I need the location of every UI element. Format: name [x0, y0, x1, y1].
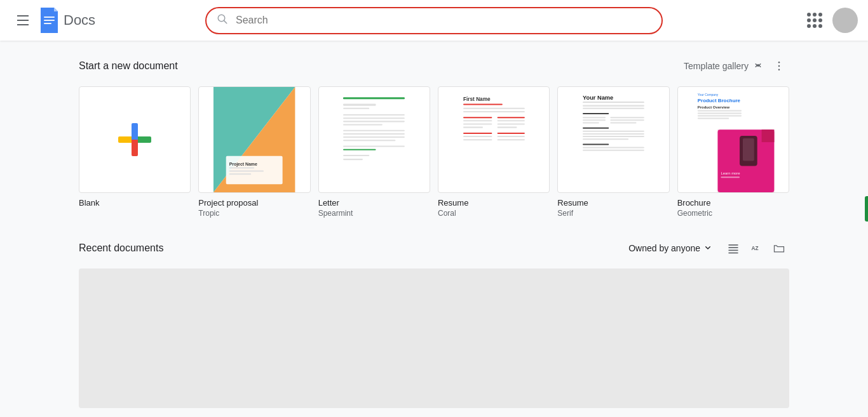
- project-proposal-preview: Project Name: [199, 87, 309, 192]
- svg-rect-59: [583, 113, 609, 114]
- resume-coral-preview: First Name: [444, 92, 544, 187]
- svg-text:Your Company: Your Company: [697, 93, 718, 96]
- avatar[interactable]: [832, 8, 858, 33]
- svg-rect-20: [343, 98, 405, 100]
- app-logo[interactable]: Docs: [41, 8, 95, 33]
- template-name-letter: Letter: [318, 198, 430, 208]
- template-subname-letter: Spearmint: [318, 209, 430, 218]
- svg-rect-47: [497, 127, 517, 128]
- svg-rect-71: [583, 144, 609, 145]
- svg-text:Product Overview: Product Overview: [697, 105, 729, 109]
- docs-logo-icon: [41, 8, 60, 33]
- svg-rect-57: [583, 105, 644, 107]
- svg-text:Learn more: Learn more: [721, 171, 740, 175]
- template-name-blank: Blank: [79, 198, 191, 208]
- grid-icon: [807, 13, 822, 28]
- svg-rect-43: [497, 121, 524, 122]
- template-thumb-resume-coral: First Name: [438, 86, 550, 193]
- folder-view-button[interactable]: [769, 238, 789, 258]
- more-options-button[interactable]: [769, 56, 789, 76]
- svg-rect-64: [610, 120, 644, 121]
- svg-rect-67: [583, 131, 644, 132]
- svg-rect-56: [583, 102, 644, 103]
- svg-rect-14: [226, 156, 283, 184]
- svg-rect-28: [343, 133, 405, 135]
- template-brochure[interactable]: Your Company Product Brochure Product Ov…: [677, 86, 789, 218]
- svg-rect-32: [343, 149, 376, 150]
- svg-text:Your Name: Your Name: [583, 95, 613, 102]
- template-gallery-label: Template gallery: [684, 61, 749, 71]
- svg-rect-63: [610, 117, 644, 118]
- template-subname-resume-coral: Coral: [438, 209, 550, 218]
- svg-rect-66: [583, 128, 609, 129]
- template-resume-coral[interactable]: First Name: [438, 86, 550, 218]
- sidebar-accent: [865, 196, 868, 222]
- svg-rect-88: [721, 176, 740, 178]
- svg-rect-68: [583, 133, 644, 135]
- search-container: [205, 7, 663, 34]
- svg-rect-41: [497, 117, 524, 118]
- recent-documents-section: Recent documents Owned by anyone: [79, 238, 789, 408]
- header: Docs: [0, 0, 868, 41]
- plus-icon: [118, 123, 151, 156]
- svg-rect-17: [229, 170, 264, 171]
- search-input[interactable]: [236, 15, 651, 26]
- svg-rect-34: [343, 159, 363, 160]
- template-subname-resume-serif: Serif: [557, 209, 669, 218]
- svg-rect-65: [610, 122, 636, 124]
- svg-rect-72: [583, 147, 644, 149]
- recent-documents-title: Recent documents: [79, 242, 163, 254]
- svg-rect-69: [583, 136, 644, 137]
- owned-by-label: Owned by anyone: [628, 243, 700, 253]
- svg-point-8: [778, 62, 780, 63]
- svg-rect-51: [497, 136, 524, 137]
- svg-rect-23: [343, 114, 405, 116]
- main-content: Start a new document Template gallery: [69, 41, 799, 417]
- header-right: [731, 8, 858, 33]
- resume-serif-preview: Your Name: [564, 92, 663, 187]
- svg-rect-92: [729, 253, 738, 254]
- template-letter[interactable]: Letter Spearmint: [318, 86, 430, 218]
- svg-rect-37: [463, 104, 503, 105]
- template-name-resume-serif: Resume: [557, 198, 669, 208]
- svg-rect-86: [761, 129, 774, 142]
- template-project-proposal[interactable]: Project Name Project proposal Tropic: [198, 86, 310, 218]
- template-thumb-blank: [79, 86, 191, 193]
- apps-button[interactable]: [802, 8, 827, 33]
- search-box: [205, 7, 663, 34]
- new-document-section: Start a new document Template gallery: [79, 56, 789, 218]
- svg-rect-27: [343, 130, 405, 131]
- svg-rect-46: [463, 127, 483, 128]
- svg-rect-18: [229, 173, 252, 175]
- chevron-down-icon: [703, 242, 713, 255]
- template-gallery-button[interactable]: Template gallery: [684, 60, 764, 73]
- new-document-title: Start a new document: [79, 60, 178, 72]
- svg-line-7: [224, 20, 227, 23]
- list-view-button[interactable]: [723, 238, 743, 258]
- owned-by-button[interactable]: Owned by anyone: [628, 242, 713, 255]
- svg-rect-38: [463, 108, 525, 109]
- search-icon: [217, 13, 228, 28]
- templates-row: Blank Project Name: [79, 86, 789, 218]
- svg-rect-81: [697, 117, 728, 119]
- svg-rect-24: [343, 117, 405, 119]
- svg-rect-70: [583, 138, 628, 140]
- template-thumb-resume-serif: Your Name: [557, 86, 669, 193]
- svg-rect-33: [343, 155, 369, 156]
- sort-az-button[interactable]: AZ: [746, 238, 766, 258]
- svg-rect-3: [44, 17, 55, 18]
- menu-button[interactable]: [10, 8, 36, 33]
- svg-marker-2: [54, 8, 58, 11]
- new-document-header: Start a new document Template gallery: [79, 56, 789, 76]
- svg-rect-5: [44, 23, 51, 24]
- svg-rect-89: [729, 244, 738, 246]
- svg-rect-29: [343, 136, 405, 138]
- svg-text:First Name: First Name: [463, 97, 491, 103]
- svg-rect-21: [343, 104, 376, 106]
- letter-preview: [324, 92, 424, 187]
- svg-rect-16: [229, 167, 255, 168]
- svg-rect-73: [583, 150, 644, 151]
- template-blank[interactable]: Blank: [79, 86, 191, 218]
- template-resume-serif[interactable]: Your Name: [557, 86, 669, 218]
- svg-rect-60: [583, 117, 606, 118]
